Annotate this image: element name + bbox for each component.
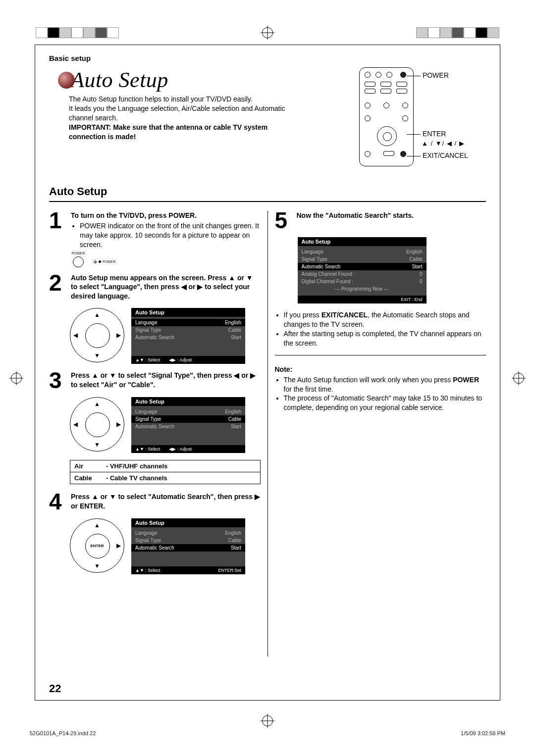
- step-number: 4: [49, 492, 67, 511]
- osd-title: Auto Setup: [131, 518, 245, 527]
- remote-outline: [359, 67, 414, 166]
- remote-label-enter: ENTER: [407, 130, 446, 138]
- footer-meta: 52G0101A_P14-29.indd 22 1/5/09 3:02:58 P…: [30, 730, 505, 736]
- step-3-head: Press ▲ or ▼ to select "Signal Type", th…: [71, 371, 256, 389]
- remote-label-power: POWER: [407, 71, 449, 79]
- power-label: POWER: [72, 252, 85, 255]
- exit-button-icon: [400, 151, 406, 157]
- intro-text: The Auto Setup function helps to install…: [69, 95, 302, 141]
- osd-screen-step4: Auto Setup LanguageEnglish Signal TypeCa…: [131, 518, 245, 574]
- osd-title: Auto Setup: [131, 397, 245, 406]
- remote-diagram: POWER ENTER ▲ / ▼/ ◀ / ▶ EXIT/CANCEL: [357, 67, 486, 166]
- power-circle-icon: [73, 256, 84, 267]
- step-2-head: Auto Setup menu appears on the screen. P…: [71, 274, 253, 301]
- step-number: 3: [49, 371, 67, 390]
- step-number: 5: [275, 211, 293, 230]
- right-column: 5 Now the "Automatic Search" starts. Aut…: [275, 211, 486, 656]
- column-divider: [268, 211, 268, 656]
- section-heading: Auto Setup: [49, 185, 486, 202]
- osd-title: Auto Setup: [131, 308, 245, 317]
- dpad-enter-icon: ▲▼ ▶ ENTER: [70, 518, 124, 573]
- intro-line2: It leads you the Language selection, Air…: [69, 104, 285, 122]
- power-button-icon: [400, 72, 406, 78]
- remote-label-exit: EXIT/CANCEL: [407, 151, 468, 159]
- osd-title: Auto Setup: [298, 237, 427, 246]
- step-1-head: To turn on the TV/DVD, press POWER.: [71, 211, 197, 219]
- registration-mark-left: [11, 373, 22, 384]
- step-number: 1: [49, 211, 67, 230]
- color-bars: [0, 27, 535, 42]
- step-1: 1 To turn on the TV/DVD, press POWER. PO…: [49, 211, 261, 250]
- note-item-1: The Auto Setup function will work only w…: [284, 375, 486, 394]
- note-item-2: The process of "Automatic Search" may ta…: [284, 394, 486, 412]
- remote-label-arrows: ▲ / ▼/ ◀ / ▶: [422, 140, 465, 147]
- page-frame: Basic setup Auto Setup The Auto Setup fu…: [35, 45, 500, 701]
- step-4-head: Press ▲ or ▼ to select "Automatic Search…: [71, 493, 260, 510]
- osd-screen-step3: Auto Setup LanguageEnglish Signal TypeCa…: [131, 397, 245, 453]
- dpad-icon: ▲▼ ◀▶: [70, 397, 124, 452]
- left-column: 1 To turn on the TV/DVD, press POWER. PO…: [49, 211, 261, 656]
- step-4: 4 Press ▲ or ▼ to select "Automatic Sear…: [49, 492, 261, 511]
- page-title: Auto Setup: [58, 67, 343, 93]
- intro-line1: The Auto Setup function helps to install…: [69, 95, 253, 103]
- signal-type-table: Air- VHF/UHF channels Cable- Cable TV ch…: [70, 460, 261, 484]
- note-heading: Note:: [275, 365, 486, 373]
- dpad-icon: ▲▼ ◀▶: [70, 308, 124, 362]
- step-5-head: Now the "Automatic Search" starts.: [297, 211, 414, 219]
- power-indicator-diagram: POWER ⏻POWER: [73, 256, 261, 267]
- step-3: 3 Press ▲ or ▼ to select "Signal Type", …: [49, 371, 261, 390]
- step-number: 2: [49, 273, 67, 293]
- page-number: 22: [49, 682, 61, 695]
- step-1-bullet: POWER indicator on the front of the unit…: [80, 221, 261, 250]
- footer-file: 52G0101A_P14-29.indd 22: [30, 730, 96, 736]
- title-ornament-icon: [58, 72, 75, 89]
- registration-mark-bottom: [262, 715, 273, 726]
- registration-mark-right: [513, 373, 524, 384]
- osd-screen-step2: Auto Setup LanguageEnglish Signal TypeCa…: [131, 308, 245, 364]
- osd-screen-step5: Auto Setup LanguageEnglish Signal TypeCa…: [298, 237, 427, 303]
- step-5-bullet1: If you press EXIT/CANCEL, the Automatic …: [284, 310, 486, 329]
- step-2: 2 Auto Setup menu appears on the screen.…: [49, 273, 261, 302]
- footer-date: 1/5/09 3:02:58 PM: [461, 730, 505, 736]
- intro-important: IMPORTANT: Make sure that the antenna or…: [69, 123, 268, 141]
- page-title-text: Auto Setup: [71, 68, 168, 92]
- nav-ring-icon: [377, 126, 397, 146]
- section-label: Basic setup: [49, 54, 486, 62]
- step-5: 5 Now the "Automatic Search" starts.: [275, 211, 486, 230]
- power-led-icon: ⏻POWER: [94, 260, 115, 263]
- step-5-bullet2: After the starting setup is completed, t…: [284, 329, 486, 348]
